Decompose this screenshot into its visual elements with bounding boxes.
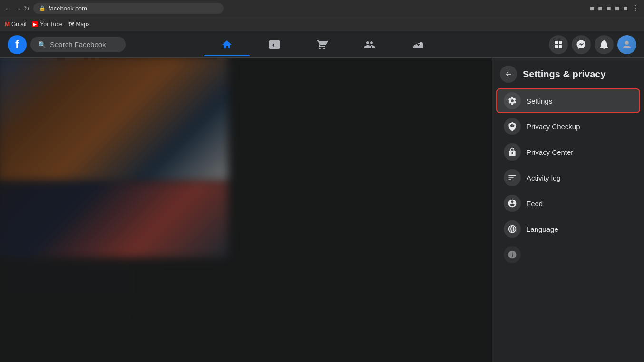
bookmarks-bar: M Gmail ▶ YouTube 🗺 Maps — [0, 17, 644, 31]
forward-arrow[interactable]: → — [14, 5, 21, 12]
settings-panel-title: Settings & privacy — [523, 69, 606, 80]
menu-item-privacy-checkup[interactable]: Privacy Checkup — [496, 114, 640, 139]
notifications-button[interactable] — [595, 35, 614, 54]
more-icon-circle — [504, 246, 521, 263]
lock-icon: 🔒 — [39, 5, 46, 11]
privacy-checkup-label: Privacy Checkup — [527, 123, 580, 131]
youtube-label: YouTube — [40, 21, 62, 28]
ext-icon-1[interactable]: ■ — [590, 4, 595, 13]
profile-avatar[interactable] — [617, 35, 636, 54]
ext-icon-3[interactable]: ■ — [606, 4, 611, 13]
settings-icon-circle — [504, 92, 521, 109]
search-icon: 🔍 — [38, 41, 46, 48]
nav-groups-button[interactable] — [347, 33, 392, 56]
activity-log-label: Activity log — [527, 174, 561, 182]
maps-label: Maps — [76, 21, 90, 28]
menu-item-privacy-center[interactable]: Privacy Center — [496, 140, 640, 164]
gmail-icon: M — [5, 21, 10, 28]
settings-privacy-panel: Settings & privacy Settings Privacy Chec… — [492, 58, 644, 362]
menu-item-more[interactable] — [496, 242, 640, 267]
url-text: facebook.com — [49, 5, 87, 12]
gmail-label: Gmail — [11, 21, 26, 28]
privacy-center-label: Privacy Center — [527, 148, 573, 156]
settings-panel-header: Settings & privacy — [492, 58, 644, 88]
privacy-checkup-icon-circle — [504, 118, 521, 135]
browser-chrome: ← → ↻ 🔒 facebook.com ■ ■ ■ ■ ■ ⋮ — [0, 0, 644, 17]
nav-home-button[interactable] — [204, 33, 250, 56]
feed-label: Feed — [527, 200, 543, 208]
ext-icon-5[interactable]: ■ — [623, 4, 628, 13]
facebook-navbar: f 🔍 Search Facebook — [0, 31, 644, 58]
language-icon-circle — [504, 220, 521, 238]
main-content: Settings & privacy Settings Privacy Chec… — [0, 58, 644, 362]
bookmark-youtube[interactable]: ▶ YouTube — [32, 21, 62, 28]
settings-back-button[interactable] — [500, 66, 517, 83]
browser-url-bar[interactable]: 🔒 facebook.com — [33, 3, 224, 14]
menu-item-settings[interactable]: Settings — [496, 88, 640, 113]
facebook-logo[interactable]: f — [8, 35, 27, 54]
ext-icon-2[interactable]: ■ — [598, 4, 603, 13]
browser-extensions: ■ ■ ■ ■ ■ ⋮ — [590, 4, 639, 13]
menu-item-feed[interactable]: Feed — [496, 191, 640, 216]
nav-gaming-button[interactable] — [394, 33, 440, 56]
search-bar[interactable]: 🔍 Search Facebook — [30, 37, 126, 52]
menu-item-activity-log[interactable]: Activity log — [496, 165, 640, 190]
browser-controls: ← → ↻ — [5, 5, 29, 12]
menu-item-language[interactable]: Language — [496, 217, 640, 241]
refresh-button[interactable]: ↻ — [24, 5, 29, 12]
youtube-icon: ▶ — [32, 21, 38, 27]
nav-center — [204, 33, 440, 56]
browser-menu-button[interactable]: ⋮ — [632, 4, 639, 13]
nav-marketplace-button[interactable] — [299, 33, 345, 56]
ext-icon-4[interactable]: ■ — [615, 4, 620, 13]
search-placeholder: Search Facebook — [50, 40, 106, 48]
back-arrow[interactable]: ← — [5, 5, 11, 12]
messenger-button[interactable] — [572, 35, 591, 54]
maps-icon: 🗺 — [68, 21, 74, 28]
bookmark-gmail[interactable]: M Gmail — [5, 21, 26, 28]
nav-video-button[interactable] — [252, 33, 297, 56]
nav-right — [549, 35, 636, 54]
settings-label: Settings — [527, 97, 552, 105]
language-label: Language — [527, 225, 558, 233]
privacy-center-icon-circle — [504, 143, 521, 161]
apps-button[interactable] — [549, 35, 568, 54]
feed-icon-circle — [504, 195, 521, 212]
activity-log-icon-circle — [504, 169, 521, 186]
bookmark-maps[interactable]: 🗺 Maps — [68, 21, 90, 28]
